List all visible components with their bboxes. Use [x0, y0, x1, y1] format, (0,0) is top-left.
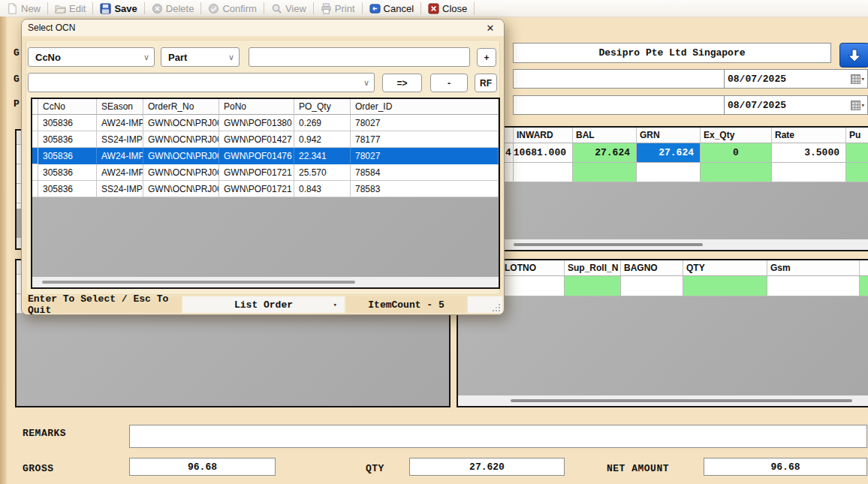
scrollbar-thumb[interactable] — [42, 281, 355, 284]
company-action-button[interactable] — [839, 43, 868, 68]
confirm-button[interactable]: Confirm — [201, 0, 264, 17]
col-header-rate[interactable]: Rate — [772, 128, 846, 143]
reference-field[interactable] — [513, 95, 732, 115]
results-hscrollbar[interactable] — [32, 277, 499, 287]
refresh-button[interactable]: RF — [475, 74, 497, 92]
apply-filter-button[interactable]: => — [382, 74, 422, 92]
cell: 0.843 — [294, 181, 351, 197]
arrow-down-icon — [846, 48, 863, 63]
cancel-button[interactable]: Cancel — [363, 0, 420, 17]
view-magnifier-icon — [271, 3, 282, 14]
company-field[interactable]: Desipro Pte Ltd Singapore — [513, 43, 831, 63]
cell — [514, 163, 573, 182]
col-header-bagno[interactable]: BAGNO — [621, 260, 683, 276]
net-amount-field[interactable]: 96.68 — [704, 458, 867, 476]
col-header-pu[interactable]: Pu — [846, 128, 868, 143]
cell: SS24-IMP ... — [97, 181, 143, 197]
roll-grid-hscrollbar[interactable] — [458, 395, 868, 406]
col-header-ccno[interactable]: CcNo — [38, 99, 97, 115]
gross-field[interactable]: 96.68 — [129, 458, 276, 476]
table-row[interactable]: 305836 AW24-IMP... GWN\OCN\PRJ00... GWN\… — [32, 115, 499, 131]
cell: 305836 — [38, 148, 97, 164]
col-header-poqty[interactable]: PO_Qty — [294, 99, 351, 115]
gross-label: GROSS — [23, 463, 54, 474]
col-header-orderid[interactable]: Order_ID — [351, 99, 499, 115]
table-row[interactable]: 305836 SS24-IMP ... GWN\OCN\PRJ00... GWN… — [32, 181, 499, 197]
filter-field-1-combobox[interactable]: CcNo ∨ — [28, 47, 155, 67]
table-row-selected[interactable]: 305836 AW24-IMP... GWN\OCN\PRJ00... GWN\… — [32, 148, 499, 164]
delete-button[interactable]: Delete — [145, 0, 201, 17]
col-header-gsm[interactable]: Gsm — [767, 260, 860, 276]
date-1-value: 08/07/2025 — [728, 74, 786, 85]
scrollbar-thumb[interactable] — [514, 243, 703, 246]
view-button[interactable]: View — [264, 0, 313, 17]
cell — [772, 163, 846, 182]
remarks-label: REMARKS — [23, 428, 66, 439]
status-hint: Enter To Select / Esc To Quit — [23, 296, 181, 313]
add-filter-button[interactable]: + — [477, 48, 496, 67]
remove-label: - — [448, 78, 451, 89]
print-label: Print — [335, 3, 355, 14]
close-button[interactable]: Close — [421, 0, 474, 17]
remarks-field[interactable] — [129, 425, 867, 448]
new-button[interactable]: New — [0, 0, 47, 17]
supplier-field[interactable] — [513, 69, 732, 89]
calendar-dropdown-icon[interactable]: ▾ — [851, 101, 867, 110]
edit-button[interactable]: Edit — [48, 0, 92, 17]
print-button[interactable]: Print — [314, 0, 362, 17]
inward-row-1[interactable]: 4 10681.000 27.624 27.624 0 3.5000 — [458, 143, 868, 163]
col-header-qty[interactable]: QTY — [683, 260, 767, 276]
dialog-titlebar[interactable]: Select OCN — [22, 20, 504, 36]
application-window: New Edit Save Delete Confirm View Print — [0, 0, 868, 484]
rf-label: RF — [480, 78, 492, 89]
inward-row-2[interactable] — [458, 163, 868, 182]
col-header-exqty[interactable]: Ex_Qty — [701, 128, 772, 143]
roll-row-1[interactable] — [458, 276, 868, 296]
window-edge — [0, 17, 7, 484]
filter-field-2-combobox[interactable]: Part ∨ — [161, 47, 240, 67]
inward-grid-header: INWARD BAL GRN Ex_Qty Rate Pu — [458, 128, 868, 143]
roll-grid-header: LOTNO Sup_Roll_N BAGNO QTY Gsm — [458, 260, 868, 276]
date-field-2[interactable]: 08/07/2025 ▾ — [724, 95, 868, 115]
cell: 78584 — [351, 164, 499, 181]
col-header-grn[interactable]: GRN — [637, 128, 701, 143]
cell: SS24-IMP ... — [97, 131, 143, 148]
date-field-1[interactable]: 08/07/2025 ▾ — [724, 69, 868, 89]
cell: 78177 — [351, 131, 499, 148]
col-header-pono[interactable]: PoNo — [219, 99, 294, 115]
search-input[interactable] — [249, 47, 470, 67]
toolbar: New Edit Save Delete Confirm View Print — [0, 0, 868, 17]
filter-expression-combobox[interactable]: ∨ — [28, 73, 375, 92]
gross-value: 96.68 — [188, 461, 217, 473]
resize-grip-icon[interactable] — [492, 303, 501, 312]
scrollbar-thumb[interactable] — [511, 399, 852, 402]
row-indicator — [32, 164, 38, 181]
table-row[interactable]: 305836 SS24-IMP ... GWN\OCN\PRJ00... GWN… — [32, 131, 499, 148]
remove-filter-button[interactable]: - — [430, 74, 468, 92]
col-header-inward[interactable]: INWARD — [514, 128, 573, 143]
col-header-bal[interactable]: BAL — [573, 128, 637, 143]
form-label-partial-1: G — [14, 47, 20, 59]
cell-inward: 10681.000 — [514, 143, 573, 163]
save-button[interactable]: Save — [93, 0, 143, 17]
qty-value: 27.620 — [469, 461, 505, 473]
save-label: Save — [114, 3, 137, 14]
hint-text: Enter To Select / Esc To Quit — [28, 293, 181, 315]
toolbar-separator — [474, 2, 475, 14]
col-header-orderno[interactable]: OrderR_No — [143, 99, 219, 115]
row-indicator — [32, 115, 38, 131]
cell: GWN\POF01427 — [219, 131, 294, 148]
cell — [637, 163, 701, 182]
col-header-suproll[interactable]: Sup_Roll_N — [565, 260, 621, 276]
row-indicator-header — [32, 99, 38, 115]
inward-grid-hscrollbar[interactable] — [458, 239, 868, 250]
statusbar-filler — [468, 296, 502, 313]
close-icon[interactable]: ✕ — [484, 22, 496, 34]
qty-field[interactable]: 27.620 — [409, 458, 565, 476]
cell-grn-selected[interactable]: 27.624 — [637, 143, 701, 163]
list-order-dropdown[interactable]: List Order ▾ — [182, 296, 345, 313]
col-header-season[interactable]: SEason — [97, 99, 143, 115]
calendar-dropdown-icon[interactable]: ▾ — [851, 74, 867, 84]
confirm-label: Confirm — [222, 3, 257, 14]
table-row[interactable]: 305836 AW24-IMP... GWN\OCN\PRJ00... GWN\… — [32, 164, 499, 181]
